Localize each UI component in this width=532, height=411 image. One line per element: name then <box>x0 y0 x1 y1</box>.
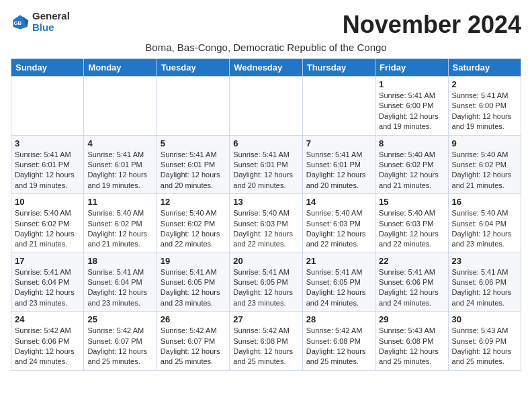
day-info: Sunrise: 5:42 AM Sunset: 6:08 PM Dayligh… <box>306 326 371 367</box>
calendar-empty-cell <box>157 77 229 136</box>
day-number: 5 <box>161 138 226 148</box>
calendar-day-3: 3Sunrise: 5:41 AM Sunset: 6:01 PM Daylig… <box>11 135 84 194</box>
day-info: Sunrise: 5:40 AM Sunset: 6:04 PM Dayligh… <box>452 208 517 250</box>
day-number: 20 <box>233 256 298 266</box>
day-number: 22 <box>379 256 444 266</box>
day-number: 1 <box>379 79 444 89</box>
day-info: Sunrise: 5:41 AM Sunset: 6:00 PM Dayligh… <box>379 91 444 132</box>
calendar-day-29: 29Sunrise: 5:43 AM Sunset: 6:08 PM Dayli… <box>375 312 448 371</box>
calendar-day-19: 19Sunrise: 5:41 AM Sunset: 6:05 PM Dayli… <box>157 253 229 312</box>
day-number: 24 <box>15 314 80 324</box>
header: GB General Blue November 2024 <box>11 11 521 39</box>
calendar-week-row: 1Sunrise: 5:41 AM Sunset: 6:00 PM Daylig… <box>11 77 521 136</box>
day-info: Sunrise: 5:41 AM Sunset: 6:01 PM Dayligh… <box>15 150 80 191</box>
calendar-day-7: 7Sunrise: 5:41 AM Sunset: 6:01 PM Daylig… <box>302 135 375 194</box>
day-info: Sunrise: 5:42 AM Sunset: 6:07 PM Dayligh… <box>87 326 152 367</box>
day-number: 21 <box>306 256 371 266</box>
calendar-day-15: 15Sunrise: 5:40 AM Sunset: 6:03 PM Dayli… <box>375 194 448 253</box>
day-number: 13 <box>233 197 298 207</box>
calendar-day-13: 13Sunrise: 5:40 AM Sunset: 6:03 PM Dayli… <box>230 194 302 253</box>
day-info: Sunrise: 5:41 AM Sunset: 6:00 PM Dayligh… <box>452 91 517 132</box>
day-number: 11 <box>87 197 152 207</box>
calendar-empty-cell <box>84 77 157 136</box>
day-number: 10 <box>15 197 80 207</box>
calendar-day-25: 25Sunrise: 5:42 AM Sunset: 6:07 PM Dayli… <box>84 312 157 371</box>
calendar-day-8: 8Sunrise: 5:40 AM Sunset: 6:02 PM Daylig… <box>375 135 448 194</box>
calendar-day-5: 5Sunrise: 5:41 AM Sunset: 6:01 PM Daylig… <box>157 135 229 194</box>
calendar-day-2: 2Sunrise: 5:41 AM Sunset: 6:00 PM Daylig… <box>448 77 521 136</box>
day-number: 30 <box>452 314 517 324</box>
day-number: 16 <box>452 197 517 207</box>
calendar-empty-cell <box>11 77 84 136</box>
calendar-day-11: 11Sunrise: 5:40 AM Sunset: 6:02 PM Dayli… <box>84 194 157 253</box>
subtitle: Boma, Bas-Congo, Democratic Republic of … <box>11 42 521 53</box>
calendar-day-24: 24Sunrise: 5:42 AM Sunset: 6:06 PM Dayli… <box>11 312 84 371</box>
logo-icon: GB <box>11 13 30 32</box>
day-info: Sunrise: 5:40 AM Sunset: 6:03 PM Dayligh… <box>306 208 371 250</box>
day-info: Sunrise: 5:41 AM Sunset: 6:01 PM Dayligh… <box>233 150 298 191</box>
day-info: Sunrise: 5:42 AM Sunset: 6:06 PM Dayligh… <box>15 326 80 367</box>
day-info: Sunrise: 5:42 AM Sunset: 6:07 PM Dayligh… <box>161 326 226 367</box>
day-number: 25 <box>87 314 152 324</box>
day-of-week-tuesday: Tuesday <box>157 59 229 77</box>
day-of-week-sunday: Sunday <box>11 59 84 77</box>
logo-blue-text: Blue <box>32 22 70 34</box>
day-number: 8 <box>379 138 444 148</box>
day-info: Sunrise: 5:41 AM Sunset: 6:01 PM Dayligh… <box>87 150 152 191</box>
calendar-day-23: 23Sunrise: 5:41 AM Sunset: 6:06 PM Dayli… <box>448 253 521 312</box>
day-info: Sunrise: 5:41 AM Sunset: 6:01 PM Dayligh… <box>161 150 226 191</box>
day-number: 27 <box>233 314 298 324</box>
day-info: Sunrise: 5:40 AM Sunset: 6:02 PM Dayligh… <box>15 208 80 250</box>
day-info: Sunrise: 5:41 AM Sunset: 6:04 PM Dayligh… <box>15 267 80 309</box>
day-of-week-thursday: Thursday <box>302 59 375 77</box>
day-number: 9 <box>452 138 517 148</box>
svg-text:GB: GB <box>13 19 21 26</box>
calendar-week-row: 24Sunrise: 5:42 AM Sunset: 6:06 PM Dayli… <box>11 312 521 371</box>
day-number: 14 <box>306 197 371 207</box>
day-info: Sunrise: 5:40 AM Sunset: 6:03 PM Dayligh… <box>233 208 298 250</box>
day-number: 12 <box>161 197 226 207</box>
day-number: 15 <box>379 197 444 207</box>
day-number: 6 <box>233 138 298 148</box>
calendar-week-row: 10Sunrise: 5:40 AM Sunset: 6:02 PM Dayli… <box>11 194 521 253</box>
calendar-day-30: 30Sunrise: 5:43 AM Sunset: 6:09 PM Dayli… <box>448 312 521 371</box>
calendar-day-18: 18Sunrise: 5:41 AM Sunset: 6:04 PM Dayli… <box>84 253 157 312</box>
calendar-day-22: 22Sunrise: 5:41 AM Sunset: 6:06 PM Dayli… <box>375 253 448 312</box>
calendar-day-14: 14Sunrise: 5:40 AM Sunset: 6:03 PM Dayli… <box>302 194 375 253</box>
calendar-day-16: 16Sunrise: 5:40 AM Sunset: 6:04 PM Dayli… <box>448 194 521 253</box>
calendar-day-12: 12Sunrise: 5:40 AM Sunset: 6:02 PM Dayli… <box>157 194 229 253</box>
logo-text: General Blue <box>32 11 70 33</box>
calendar-week-row: 17Sunrise: 5:41 AM Sunset: 6:04 PM Dayli… <box>11 253 521 312</box>
calendar-day-20: 20Sunrise: 5:41 AM Sunset: 6:05 PM Dayli… <box>230 253 302 312</box>
calendar-day-4: 4Sunrise: 5:41 AM Sunset: 6:01 PM Daylig… <box>84 135 157 194</box>
calendar-day-6: 6Sunrise: 5:41 AM Sunset: 6:01 PM Daylig… <box>230 135 302 194</box>
calendar-day-27: 27Sunrise: 5:42 AM Sunset: 6:08 PM Dayli… <box>230 312 302 371</box>
day-of-week-saturday: Saturday <box>448 59 521 77</box>
day-number: 23 <box>452 256 517 266</box>
day-number: 19 <box>161 256 226 266</box>
day-info: Sunrise: 5:42 AM Sunset: 6:08 PM Dayligh… <box>233 326 298 367</box>
day-info: Sunrise: 5:41 AM Sunset: 6:04 PM Dayligh… <box>87 267 152 309</box>
day-number: 17 <box>15 256 80 266</box>
calendar-day-26: 26Sunrise: 5:42 AM Sunset: 6:07 PM Dayli… <box>157 312 229 371</box>
day-info: Sunrise: 5:41 AM Sunset: 6:05 PM Dayligh… <box>161 267 226 309</box>
day-info: Sunrise: 5:41 AM Sunset: 6:06 PM Dayligh… <box>452 267 517 309</box>
calendar-day-9: 9Sunrise: 5:40 AM Sunset: 6:02 PM Daylig… <box>448 135 521 194</box>
day-info: Sunrise: 5:41 AM Sunset: 6:06 PM Dayligh… <box>379 267 444 309</box>
day-number: 18 <box>87 256 152 266</box>
calendar-week-row: 3Sunrise: 5:41 AM Sunset: 6:01 PM Daylig… <box>11 135 521 194</box>
calendar-day-10: 10Sunrise: 5:40 AM Sunset: 6:02 PM Dayli… <box>11 194 84 253</box>
day-info: Sunrise: 5:41 AM Sunset: 6:05 PM Dayligh… <box>233 267 298 309</box>
day-info: Sunrise: 5:43 AM Sunset: 6:09 PM Dayligh… <box>452 326 517 367</box>
logo-general-text: General <box>32 11 70 22</box>
day-number: 26 <box>161 314 226 324</box>
logo: GB General Blue <box>11 11 70 33</box>
day-info: Sunrise: 5:40 AM Sunset: 6:02 PM Dayligh… <box>452 150 517 191</box>
calendar-header-row: SundayMondayTuesdayWednesdayThursdayFrid… <box>11 59 521 77</box>
day-number: 29 <box>379 314 444 324</box>
calendar-day-21: 21Sunrise: 5:41 AM Sunset: 6:05 PM Dayli… <box>302 253 375 312</box>
day-info: Sunrise: 5:40 AM Sunset: 6:03 PM Dayligh… <box>379 208 444 250</box>
calendar-day-1: 1Sunrise: 5:41 AM Sunset: 6:00 PM Daylig… <box>375 77 448 136</box>
day-of-week-monday: Monday <box>84 59 157 77</box>
day-info: Sunrise: 5:41 AM Sunset: 6:01 PM Dayligh… <box>306 150 371 191</box>
